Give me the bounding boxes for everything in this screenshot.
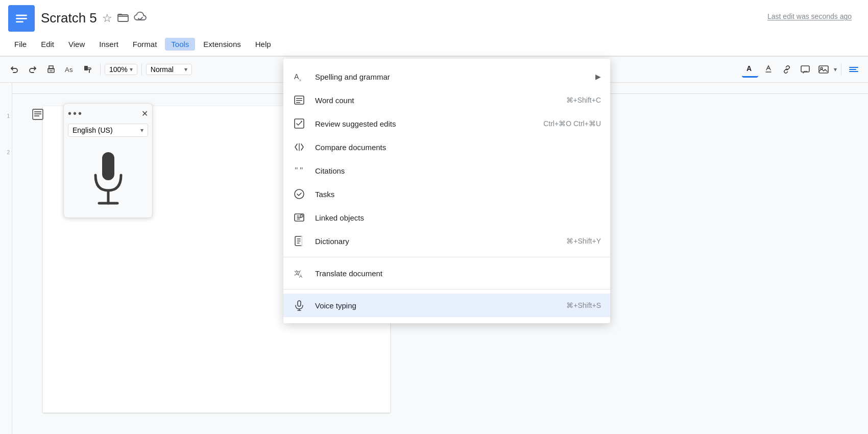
svg-rect-41 — [298, 301, 301, 306]
spellcheck-button[interactable]: Aꜱ — [61, 61, 78, 78]
svg-rect-9 — [84, 66, 88, 70]
menu-view[interactable]: View — [62, 38, 91, 51]
svg-rect-7 — [50, 70, 53, 71]
svg-rect-28 — [296, 100, 302, 101]
image-button[interactable] — [815, 61, 832, 78]
voice-widget-close[interactable]: ✕ — [141, 109, 148, 118]
menu-extensions[interactable]: Extensions — [197, 38, 247, 51]
zoom-dropdown-icon: ▾ — [130, 66, 133, 73]
highlight-button[interactable] — [760, 61, 777, 78]
menu-section-translate: 文 A Translate document — [283, 257, 610, 287]
undo-button[interactable] — [6, 61, 22, 78]
spelling-icon: Aₛ — [293, 70, 306, 83]
menu-item-compare[interactable]: Compare documents — [283, 135, 610, 159]
svg-rect-12 — [819, 66, 828, 73]
align-button[interactable] — [846, 61, 862, 78]
svg-text:": " — [295, 166, 298, 175]
voice-widget: ••• ✕ English (US) ▾ — [63, 103, 153, 218]
comment-button[interactable] — [797, 61, 813, 78]
toolbar-divider-2 — [141, 63, 142, 76]
microphone-icon[interactable] — [88, 150, 129, 206]
doc-structure-icon[interactable] — [32, 108, 44, 123]
voice-typing-icon — [293, 299, 306, 312]
doc-title: Scratch 5 — [41, 10, 97, 26]
title-bar: Scratch 5 ☆ Last edit was seco — [0, 0, 868, 56]
svg-rect-16 — [849, 71, 858, 72]
menu-item-voice-typing[interactable]: Voice typing ⌘+Shift+S — [283, 294, 610, 317]
menu-item-linked-objects[interactable]: Linked objects — [283, 206, 610, 229]
paint-format-button[interactable] — [80, 61, 96, 78]
menu-format[interactable]: Format — [127, 38, 163, 51]
svg-rect-4 — [118, 15, 128, 21]
dictionary-shortcut: ⌘+Shift+Y — [566, 237, 601, 245]
spelling-arrow: ▶ — [595, 73, 601, 81]
menu-item-word-count[interactable]: Word count ⌘+Shift+C — [283, 88, 610, 112]
menu-help[interactable]: Help — [249, 38, 277, 51]
menu-insert[interactable]: Insert — [93, 38, 125, 51]
folder-icon[interactable] — [117, 12, 129, 25]
app-logo[interactable] — [8, 5, 35, 32]
linked-objects-label: Linked objects — [315, 213, 601, 222]
redo-button[interactable] — [25, 61, 41, 78]
link-button[interactable] — [779, 61, 795, 78]
title-row: Scratch 5 ☆ Last edit was seco — [0, 0, 868, 34]
svg-text:Aꜱ: Aꜱ — [65, 66, 73, 74]
style-select[interactable]: Normal ▾ — [146, 64, 192, 75]
spelling-label: Spelling and grammar — [315, 73, 586, 81]
toolbar-divider-3 — [841, 63, 841, 76]
svg-text:": " — [300, 166, 303, 175]
menu-file[interactable]: File — [8, 38, 33, 51]
print-button[interactable] — [43, 61, 59, 78]
svg-text:A: A — [299, 274, 302, 279]
svg-rect-18 — [34, 111, 41, 112]
linked-objects-icon — [293, 211, 306, 224]
voice-language-label: English (US) — [73, 126, 113, 134]
svg-text:A: A — [746, 64, 752, 73]
toolbar-divider-1 — [100, 63, 101, 76]
menu-edit[interactable]: Edit — [35, 38, 60, 51]
menu-item-dictionary[interactable]: Dictionary ⌘+Shift+Y — [283, 229, 610, 253]
translate-icon: 文 A — [293, 267, 306, 280]
compare-label: Compare documents — [315, 143, 601, 152]
dictionary-label: Dictionary — [315, 237, 557, 246]
menu-item-review[interactable]: Review suggested edits Ctrl+⌘O Ctrl+⌘U — [283, 112, 610, 135]
zoom-value: 100% — [109, 65, 128, 74]
image-dropdown-icon[interactable]: ▾ — [834, 66, 837, 73]
citations-icon: "" — [293, 164, 306, 177]
tasks-label: Tasks — [315, 190, 601, 199]
svg-rect-21 — [102, 152, 114, 180]
title-meta: Scratch 5 ☆ — [41, 10, 147, 26]
voice-widget-dots[interactable]: ••• — [68, 108, 83, 119]
menu-bar: File Edit View Insert Format Tools Exten… — [0, 34, 868, 54]
tasks-icon — [293, 187, 306, 201]
menu-section-voice: Voice typing ⌘+Shift+S — [283, 289, 610, 319]
voice-lang-dropdown-icon: ▾ — [140, 127, 143, 134]
svg-rect-19 — [34, 113, 41, 114]
voice-typing-shortcut: ⌘+Shift+S — [566, 301, 601, 309]
voice-mic-area[interactable] — [68, 142, 148, 213]
menu-item-citations[interactable]: "" Citations — [283, 159, 610, 182]
star-icon[interactable]: ☆ — [102, 12, 112, 25]
line-numbers: 1 2 — [0, 83, 12, 434]
voice-typing-label: Voice typing — [315, 301, 557, 310]
review-icon — [293, 117, 306, 130]
compare-icon — [293, 140, 306, 154]
svg-rect-27 — [296, 98, 302, 99]
voice-language-select[interactable]: English (US) ▾ — [68, 124, 148, 137]
svg-text:A: A — [294, 73, 299, 81]
menu-tools[interactable]: Tools — [165, 38, 195, 51]
menu-item-tasks[interactable]: Tasks — [283, 182, 610, 206]
toolbar-right: A ▾ — [742, 61, 862, 78]
svg-point-34 — [295, 189, 304, 199]
word-count-label: Word count — [315, 96, 557, 105]
menu-item-spelling[interactable]: Aₛ Spelling and grammar ▶ — [283, 65, 610, 88]
text-color-button[interactable]: A — [742, 61, 758, 78]
review-shortcut: Ctrl+⌘O Ctrl+⌘U — [543, 119, 601, 128]
voice-widget-header: ••• ✕ — [68, 108, 148, 119]
zoom-select[interactable]: 100% ▾ — [105, 64, 137, 75]
svg-text:ₛ: ₛ — [299, 77, 301, 82]
menu-item-translate[interactable]: 文 A Translate document — [283, 261, 610, 285]
cloud-icon[interactable] — [134, 12, 147, 25]
svg-rect-11 — [801, 66, 809, 72]
review-label: Review suggested edits — [315, 119, 534, 128]
